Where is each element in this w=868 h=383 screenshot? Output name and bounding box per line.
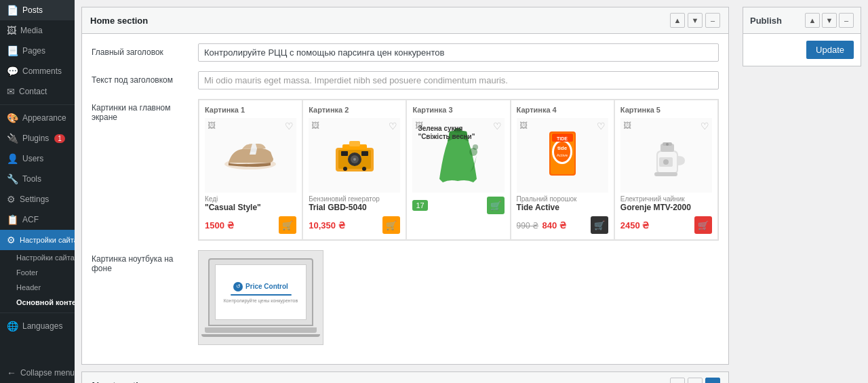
update-button[interactable]: Update xyxy=(806,41,854,59)
submenu-item-footer[interactable]: Footer xyxy=(9,265,75,280)
publish-up-btn[interactable]: ▲ xyxy=(805,13,820,28)
laptop-screen-inner: ↺ Price Control Контролируйте цены конку… xyxy=(215,264,307,320)
card-3-cart-btn[interactable]: 🛒 xyxy=(487,197,505,214)
svg-text:tide: tide xyxy=(557,145,568,151)
card-2-price: 10,350 ₴ xyxy=(309,220,344,230)
publish-title: Publish xyxy=(750,16,782,26)
card-1-img-icon: 🖼 xyxy=(208,121,216,130)
center-panel: Home section ▲ ▼ – Главный заголовок xyxy=(75,0,736,383)
laptop-screen-outer: ↺ Price Control Контролируйте цены конку… xyxy=(208,258,313,326)
sidebar-item-plugins[interactable]: 🔌 Plugins 1 xyxy=(0,128,75,148)
sidebar-item-appearance[interactable]: 🎨 Appearance xyxy=(0,108,75,128)
home-section-box: Home section ▲ ▼ – Главный заголовок xyxy=(81,7,729,365)
home-section-controls: ▲ ▼ – xyxy=(670,13,720,28)
about-section-up-btn[interactable]: ▲ xyxy=(670,378,685,383)
card-2-wishlist-icon[interactable]: ♡ xyxy=(389,121,397,132)
card-4-price-old: 990 ₴ xyxy=(517,221,538,230)
submenu-item-header[interactable]: Header xyxy=(9,280,75,295)
collapse-icon: ← xyxy=(7,367,16,378)
card-5-img: 🖼 ♡ xyxy=(620,118,712,193)
home-section-toggle-btn[interactable]: – xyxy=(705,13,720,28)
sidebar-item-posts[interactable]: 📄 Posts xyxy=(0,0,75,20)
svg-rect-9 xyxy=(349,141,360,146)
card-1-bottom: 1500 ₴ 🛒 xyxy=(205,216,296,234)
card-3-bottom: 17 🛒 xyxy=(412,197,504,214)
card-3-wishlist-icon[interactable]: ♡ xyxy=(493,121,502,132)
laptop-screen-text: Контролируйте цены конкурентов xyxy=(224,298,298,303)
sidebar-item-comments[interactable]: 💬 Comments xyxy=(0,61,75,81)
submenu-item-main-content[interactable]: Основной контент xyxy=(9,295,75,310)
sidebar-item-acf[interactable]: 📋 ACF xyxy=(0,209,75,230)
publish-controls: ▲ ▼ – xyxy=(805,13,854,28)
card-1-img: 🖼 ♡ xyxy=(205,118,296,193)
svg-point-13 xyxy=(473,144,478,150)
publish-body: Update xyxy=(743,34,861,66)
laptop-label: Картинка ноутбука на фоне xyxy=(92,250,190,273)
sidebar: 📄 Posts 🖼 Media 📃 Pages 💬 Comments ✉ Con… xyxy=(0,0,75,383)
about-section-header: About section ▲ ▼ – xyxy=(82,372,728,383)
card-4-name: Tide Active xyxy=(517,203,608,212)
cards-container: Картинка 1 🖼 ♡ xyxy=(198,99,719,241)
card-4-price-new: 840 ₴ xyxy=(542,220,566,230)
main-title-input-wrap xyxy=(198,43,719,62)
home-section-down-btn[interactable]: ▼ xyxy=(688,13,703,28)
svg-text:Active: Active xyxy=(557,153,568,157)
sidebar-item-pages[interactable]: 📃 Pages xyxy=(0,41,75,61)
users-icon: 👤 xyxy=(7,153,18,164)
card-1-wishlist-icon[interactable]: ♡ xyxy=(285,121,294,132)
about-section-down-btn[interactable]: ▼ xyxy=(688,378,703,383)
svg-point-29 xyxy=(663,159,669,165)
sub-title-row: Текст под заголовком xyxy=(92,71,719,89)
card-1-title: Картинка 1 xyxy=(205,106,296,114)
card-4-img-icon: 🖼 xyxy=(519,121,528,130)
card-4-title: Картинка 4 xyxy=(517,106,608,114)
svg-point-5 xyxy=(353,158,356,161)
sidebar-collapse-button[interactable]: ← Collapse menu xyxy=(0,363,75,383)
publish-toggle-btn[interactable]: – xyxy=(839,13,854,28)
sidebar-item-settings[interactable]: ⚙ Settings xyxy=(0,189,75,209)
card-1-cart-btn[interactable]: 🛒 xyxy=(279,216,296,234)
laptop-frame: ↺ Price Control Контролируйте цены конку… xyxy=(201,258,320,337)
sidebar-item-languages[interactable]: 🌐 Languages xyxy=(0,316,75,336)
laptop-logo-row: ↺ Price Control xyxy=(233,282,288,291)
publish-down-btn[interactable]: ▼ xyxy=(822,13,837,28)
card-1-price: 1500 ₴ xyxy=(205,220,234,230)
card-2-cart-btn[interactable]: 🛒 xyxy=(382,216,400,234)
card-4-cart-btn[interactable]: 🛒 xyxy=(591,216,608,234)
card-2-label: Бензиновий генератор xyxy=(309,195,400,203)
right-panel: Publish ▲ ▼ – Update xyxy=(736,0,868,383)
sidebar-divider-2 xyxy=(0,313,75,313)
svg-point-26 xyxy=(666,143,669,146)
submenu-item-site-settings[interactable]: Настройки сайта xyxy=(9,250,75,265)
main-title-input[interactable] xyxy=(198,43,719,62)
card-2-img: 🖼 ♡ xyxy=(309,118,400,193)
svg-rect-6 xyxy=(341,151,348,156)
laptop-foot xyxy=(201,334,320,337)
sub-title-input[interactable] xyxy=(198,71,719,89)
sidebar-item-site-settings[interactable]: ⚙ Настройки сайта xyxy=(0,230,75,250)
home-section-up-btn[interactable]: ▲ xyxy=(670,13,685,28)
sidebar-item-tools[interactable]: 🔧 Tools xyxy=(0,169,75,189)
sub-title-input-wrap xyxy=(198,71,719,89)
card-1-label: Кеді xyxy=(205,195,296,203)
contact-icon: ✉ xyxy=(7,86,15,97)
sidebar-item-users[interactable]: 👤 Users xyxy=(0,148,75,169)
laptop-logo-circle: ↺ xyxy=(233,282,243,291)
images-label: Картинки на главном экране xyxy=(92,99,190,122)
card-dress: Картинка 3 🖼 ♡ Зелена сукня"Свіжість вес… xyxy=(406,100,510,240)
media-icon: 🖼 xyxy=(7,25,16,36)
main-title-row: Главный заголовок xyxy=(92,43,719,62)
sub-title-label: Текст под заголовком xyxy=(92,71,190,85)
card-4-wishlist-icon[interactable]: ♡ xyxy=(597,121,606,132)
generator-svg xyxy=(330,131,379,180)
card-5-wishlist-icon[interactable]: ♡ xyxy=(701,121,709,132)
plugins-icon: 🔌 xyxy=(7,133,18,144)
card-2-img-icon: 🖼 xyxy=(311,121,319,130)
about-section-toggle-btn[interactable]: – xyxy=(705,378,720,383)
sidebar-item-media[interactable]: 🖼 Media xyxy=(0,20,75,41)
card-generator: Картинка 2 🖼 ♡ xyxy=(302,100,406,240)
card-5-cart-btn[interactable]: 🛒 xyxy=(694,216,712,234)
home-section-body: Главный заголовок Текст под заголовком К… xyxy=(82,34,728,364)
sidebar-item-contact[interactable]: ✉ Contact xyxy=(0,81,75,102)
laptop-screen-line xyxy=(231,294,292,296)
